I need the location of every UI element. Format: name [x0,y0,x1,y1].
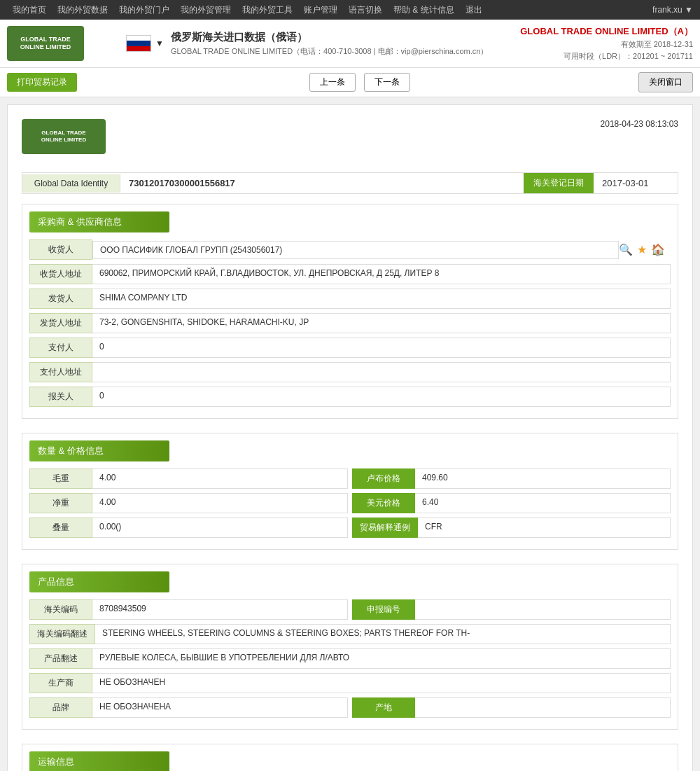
brand-value: НЕ ОБОЗНАЧЕНА [92,697,348,718]
top-toolbar: 打印贸易记录 上一条 下一条 关闭窗口 [0,68,700,97]
gross-weight-label: 毛重 [29,468,92,489]
supplier-section: 采购商 & 供应商信息 收货人 ООО ПАСИФИК ГЛОБАЛ ГРУПП… [22,204,678,419]
product-wrapper: 产品信息 海关编码 8708943509 申报编号 海关编码翻述 STEERIN… [22,564,678,730]
origin-value [415,697,671,718]
record-logo-text: GLOBAL TRADE ONLINE LIMITED [41,130,86,144]
net-weight-field: 净重 4.00 [29,493,348,513]
print-button[interactable]: 打印贸易记录 [7,73,77,92]
volume-value: 0.00() [92,518,348,538]
shipper-address-value: 73-2, GONGENSHITA, SHIDOKE, HARAMACHI-KU… [92,313,671,333]
trade-terms-field: 贸易解释通例 CFR [352,518,671,538]
payer-row: 支付人 0 [29,338,671,358]
nav-account[interactable]: 账户管理 [298,0,343,20]
product-section-header: 产品信息 [29,571,169,592]
rub-price-value: 409.60 [415,468,671,489]
consignee-address-row: 收货人地址 690062, ПРИМОРСКИЙ КРАЙ, Г.ВЛАДИВО… [29,264,671,284]
cn-desc-label: 产品翻述 [29,648,92,669]
search-icon[interactable]: 🔍 [619,243,633,256]
shipper-row: 发货人 SHIMA COMPANY LTD [29,289,671,309]
consignee-value-wrap: ООО ПАСИФИК ГЛОБАЛ ГРУПП (2543056017) 🔍 … [92,241,671,259]
quantity-section: 数量 & 价格信息 毛重 4.00 卢布价格 409.60 净重 4.00 [22,433,678,550]
global-data-identity-label: Global Data Identity [22,174,120,193]
usd-price-field: 美元价格 6.40 [352,493,671,513]
dropdown-arrow-icon[interactable]: ▼ [155,39,164,48]
payer-address-row: 支付人地址 [29,362,671,382]
nav-lang[interactable]: 语言切换 [343,0,388,20]
site-header: GLOBAL TRADE ONLINE LIMITED ▼ 俄罗斯海关进口数据（… [0,20,700,68]
hs-code-value: 8708943509 [92,599,348,620]
rub-price-field: 卢布价格 409.60 [352,468,671,489]
customs-broker-value: 0 [92,387,671,407]
consignee-label: 收货人 [29,239,92,260]
company-name: GLOBAL TRADE ONLINE LIMITED（A） [520,25,693,38]
transport-section: 运输信息 贸易国 JP, JPN, Japan 货物交接地 ВОСТОЧНЫЙ … [22,744,678,771]
user-name[interactable]: frank.xu ▼ [652,5,693,15]
payer-address-label: 支付人地址 [29,362,92,382]
toolbar-center: 上一条 下一条 [77,73,638,92]
consignee-value: ООО ПАСИФИК ГЛОБАЛ ГРУПП (2543056017) [92,241,619,259]
transport-section-header: 运输信息 [29,751,169,771]
net-weight-label: 净重 [29,493,92,513]
quantity-section-header: 数量 & 价格信息 [29,440,169,461]
shipper-value: SHIMA COMPANY LTD [92,289,671,309]
customs-reg-date-label: 海关登记日期 [524,173,594,193]
flag-area[interactable]: ▼ [126,35,164,52]
product-section: 产品信息 海关编码 8708943509 申报编号 海关编码翻述 STEERIN… [22,564,678,730]
nav-home[interactable]: 我的首页 [7,0,52,20]
star-icon[interactable]: ★ [637,243,647,256]
usd-price-label: 美元价格 [352,493,415,513]
nav-tools[interactable]: 我的外贸工具 [237,0,298,20]
hs-desc-value: STEERING WHEELS, STEERING COLUMNS & STEE… [95,624,671,644]
manufacturer-value: НЕ ОБОЗНАЧЕН [92,673,671,693]
page-title-area: 俄罗斯海关进口数据（俄语） GLOBAL TRADE ONLINE LIMITE… [171,31,489,57]
supplier-section-header: 采购商 & 供应商信息 [29,211,169,232]
ldr-info: 可用时段（LDR）：201201 ~ 201711 [520,51,693,62]
next-button[interactable]: 下一条 [364,73,410,92]
cn-desc-value: РУЛЕВЫЕ КОЛЕСА, БЫВШИЕ В УПОТРЕБЛЕНИИ ДЛ… [92,648,671,669]
transport-wrapper: 运输信息 贸易国 JP, JPN, Japan 货物交接地 ВОСТОЧНЫЙ … [22,744,678,771]
close-button[interactable]: 关闭窗口 [638,72,693,92]
hs-desc-label: 海关编码翻述 [29,624,95,644]
record-header: GLOBAL TRADE ONLINE LIMITED 2018-04-23 0… [22,119,678,161]
global-data-id-row: Global Data Identity 7301201703000015568… [22,172,678,194]
home-icon[interactable]: 🏠 [651,243,665,256]
quantity-row-1: 毛重 4.00 卢布价格 409.60 [29,468,671,489]
payer-label: 支付人 [29,338,92,358]
gross-weight-value: 4.00 [92,468,348,489]
nav-portal[interactable]: 我的外贸门户 [113,0,175,20]
rub-price-label: 卢布价格 [352,468,415,489]
trade-terms-value: CFR [418,518,671,538]
net-weight-value: 4.00 [92,493,348,513]
consignee-row: 收货人 ООО ПАСИФИК ГЛОБАЛ ГРУПП (2543056017… [29,239,671,260]
hs-code-field: 海关编码 8708943509 [29,599,348,620]
brand-field: 品牌 НЕ ОБОЗНАЧЕНА [29,697,348,718]
customs-reg-date-value: 2017-03-01 [594,174,678,193]
page-subtitle: GLOBAL TRADE ONLINE LIMITED（电话：400-710-3… [171,46,489,57]
logo-text: GLOBAL TRADE ONLINE LIMITED [20,36,71,51]
validity-info: 有效期至 2018-12-31 [520,39,693,50]
nav-manage[interactable]: 我的外贸管理 [175,0,237,20]
gross-weight-field: 毛重 4.00 [29,468,348,489]
prev-button[interactable]: 上一条 [309,73,356,92]
origin-label: 产地 [352,697,415,718]
top-navigation: 我的首页 我的外贸数据 我的外贸门户 我的外贸管理 我的外贸工具 账户管理 语言… [0,0,700,20]
customs-broker-row: 报关人 0 [29,387,671,407]
nav-data[interactable]: 我的外贸数据 [52,0,113,20]
hs-declare-row: 海关编码 8708943509 申报编号 [29,599,671,620]
hs-code-label: 海关编码 [29,599,92,620]
cn-desc-row: 产品翻述 РУЛЕВЫЕ КОЛЕСА, БЫВШИЕ В УПОТРЕБЛЕН… [29,648,671,669]
hs-desc-row: 海关编码翻述 STEERING WHEELS, STEERING COLUMNS… [29,624,671,644]
main-content: GLOBAL TRADE ONLINE LIMITED 2018-04-23 0… [7,104,693,771]
logo-image: GLOBAL TRADE ONLINE LIMITED [7,26,84,61]
consignee-address-value: 690062, ПРИМОРСКИЙ КРАЙ, Г.ВЛАДИВОСТОК, … [92,264,671,284]
quantity-wrapper: 数量 & 价格信息 毛重 4.00 卢布价格 409.60 净重 4.00 [22,433,678,550]
nav-help[interactable]: 帮助 & 统计信息 [388,0,460,20]
record-logo: GLOBAL TRADE ONLINE LIMITED [22,119,106,154]
payer-address-value [92,362,671,382]
quantity-row-3: 叠量 0.00() 贸易解释通例 CFR [29,518,671,538]
declare-no-label: 申报编号 [352,599,415,620]
shipper-address-label: 发货人地址 [29,313,92,333]
manufacturer-row: 生产商 НЕ ОБОЗНАЧЕН [29,673,671,693]
nav-logout[interactable]: 退出 [460,0,488,20]
shipper-label: 发货人 [29,289,92,309]
